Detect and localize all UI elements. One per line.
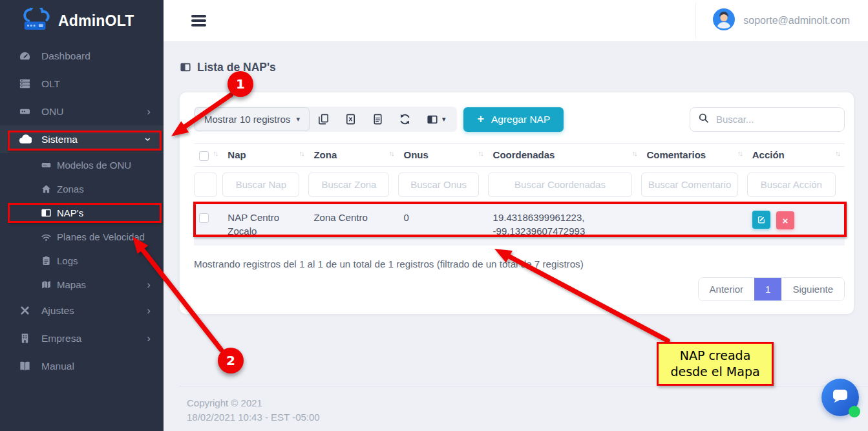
export-excel-button[interactable]	[337, 107, 365, 131]
caret-down-icon: ▾	[296, 115, 300, 123]
sidebar-item-manual[interactable]: Manual	[0, 352, 164, 380]
sidebar-item-sistema[interactable]: Sistema ›	[0, 125, 164, 153]
sidebar-item-label: Zonas	[57, 184, 84, 194]
column-visibility-dropdown[interactable]: ▾	[419, 107, 452, 131]
sidebar-item-label: Manual	[41, 361, 74, 372]
chevron-right-icon: ›	[147, 305, 151, 316]
header-accion[interactable]: Acción↑↓	[747, 144, 845, 167]
page-title-text: Lista de NAP's	[197, 61, 276, 74]
sort-icon[interactable]: ↑↓	[213, 149, 217, 157]
filter-nap-input[interactable]	[222, 173, 299, 197]
sidebar-item-label: NAP's	[57, 207, 83, 218]
sidebar-item-logs[interactable]: Logs	[0, 249, 164, 273]
brand-logo-icon	[19, 8, 53, 34]
chat-bubble-icon	[831, 386, 850, 408]
sidebar-item-olt[interactable]: OLT	[0, 70, 164, 98]
sidebar-item-ajustes[interactable]: Ajustes ›	[0, 297, 164, 324]
filter-zona-input[interactable]	[308, 173, 389, 197]
filter-checkbox-column[interactable]	[194, 173, 217, 197]
sidebar: AdminOLT Dashboard OLT ONU › Siste	[0, 0, 164, 431]
table-info: Mostrando registros del 1 al 1 de un tot…	[194, 258, 584, 269]
sort-icon: ↑↓	[737, 149, 742, 157]
sidebar-item-onu[interactable]: ONU ›	[0, 98, 164, 125]
header-comentarios[interactable]: Comentarios↑↓	[641, 144, 746, 167]
sidebar-item-dashboard[interactable]: Dashboard	[0, 42, 164, 70]
sidebar-item-label: Planes de Velocidad	[57, 231, 145, 242]
building-icon	[18, 332, 32, 344]
pagination-page-1[interactable]: 1	[754, 278, 781, 300]
map-icon	[40, 279, 52, 290]
page-length-label: Mostrar 10 registros	[204, 114, 290, 125]
cell-nap: NAP Centro Zocalo	[222, 203, 308, 246]
server-icon	[18, 105, 32, 118]
datetime-text: 18/02/2021 10:43 - EST -05:00	[187, 410, 868, 425]
dashboard-icon	[18, 50, 32, 62]
clipboard-icon	[40, 255, 52, 266]
wifi-icon	[40, 231, 52, 242]
row-checkbox[interactable]	[199, 213, 209, 223]
copy-button[interactable]	[310, 107, 337, 131]
cloud-icon	[18, 133, 32, 146]
table-row: NAP Centro Zocalo Zona Centro 0 19.43186…	[194, 203, 845, 246]
search-input[interactable]	[716, 114, 845, 125]
header-nap[interactable]: Nap↑↓	[222, 144, 308, 167]
header-onus[interactable]: Onus↑↓	[398, 144, 487, 167]
sidebar-item-mapas[interactable]: Mapas ›	[0, 273, 164, 297]
sidebar-item-label: Ajustes	[41, 305, 74, 317]
naps-table: ↑↓ Nap↑↓ Zona↑↓ Onus↑↓ Coordenadas↑↓ Com…	[194, 143, 845, 246]
chevron-right-icon: ›	[147, 106, 151, 117]
server-stack-icon	[18, 78, 32, 90]
brand-title: AdminOLT	[58, 12, 134, 30]
table-tools-group: Mostrar 10 registros ▾	[194, 107, 457, 132]
site-footer: Copyright © 2021 18/02/2021 10:43 - EST …	[180, 386, 868, 425]
filter-comentario-input[interactable]	[641, 173, 737, 197]
cell-zona: Zona Centro	[308, 203, 398, 246]
sidebar-item-label: Logs	[57, 255, 78, 266]
hamburger-menu-icon[interactable]	[191, 15, 206, 29]
header-zona[interactable]: Zona↑↓	[308, 144, 398, 167]
pagination-previous[interactable]: Anterior	[699, 278, 755, 300]
cell-accion: ×	[747, 203, 845, 246]
sort-icon: ↑↓	[388, 149, 393, 157]
columns-icon	[180, 61, 191, 73]
export-file-button[interactable]	[365, 107, 392, 131]
sidebar-item-label: Modelos de ONU	[57, 160, 131, 171]
topbar: soporte@adminolt.com	[164, 0, 868, 42]
cell-coordenadas: 19.43186399961223, -99.13239607472993	[488, 203, 642, 246]
copyright-text: Copyright © 2021	[187, 396, 868, 410]
delete-button[interactable]: ×	[776, 211, 794, 229]
server-icon	[40, 160, 52, 171]
filter-accion-input[interactable]	[747, 173, 836, 197]
header-coordenadas[interactable]: Coordenadas↑↓	[488, 144, 642, 167]
pagination-next[interactable]: Siguiente	[781, 278, 844, 300]
filter-coordenadas-input[interactable]	[488, 173, 633, 197]
table-filter-row	[194, 166, 845, 203]
page-length-dropdown[interactable]: Mostrar 10 registros ▾	[195, 107, 310, 131]
table-toolbar: Mostrar 10 registros ▾	[194, 107, 845, 132]
edit-button[interactable]	[752, 211, 770, 229]
filter-onus-input[interactable]	[398, 173, 478, 197]
sidebar-item-naps[interactable]: NAP's	[0, 201, 164, 225]
plus-icon: +	[477, 112, 484, 126]
sidebar-item-empresa[interactable]: Empresa ›	[0, 324, 164, 352]
sidebar-item-zonas[interactable]: Zonas	[0, 177, 164, 201]
search-box	[690, 107, 845, 132]
search-icon	[698, 112, 710, 127]
sidebar-item-planes-de-velocidad[interactable]: Planes de Velocidad	[0, 225, 164, 249]
chevron-down-icon: ›	[143, 138, 154, 142]
app-screen: AdminOLT Dashboard OLT ONU › Siste	[0, 0, 868, 431]
select-all-checkbox[interactable]	[199, 151, 209, 161]
avatar	[713, 8, 735, 33]
sidebar-item-modelos-de-onu[interactable]: Modelos de ONU	[0, 153, 164, 177]
book-icon	[18, 360, 32, 372]
user-menu[interactable]: soporte@adminolt.com	[695, 3, 868, 39]
chevron-right-icon: ›	[147, 333, 151, 344]
brand[interactable]: AdminOLT	[0, 0, 164, 42]
table-header-row: ↑↓ Nap↑↓ Zona↑↓ Onus↑↓ Coordenadas↑↓ Com…	[194, 144, 845, 167]
refresh-button[interactable]	[392, 107, 419, 131]
close-icon: ×	[783, 215, 789, 226]
user-email: soporte@adminolt.com	[743, 15, 850, 26]
add-nap-button[interactable]: + Agregar NAP	[463, 107, 564, 132]
naps-card: Mostrar 10 registros ▾	[180, 92, 854, 314]
sort-icon: ↑↓	[631, 149, 636, 157]
